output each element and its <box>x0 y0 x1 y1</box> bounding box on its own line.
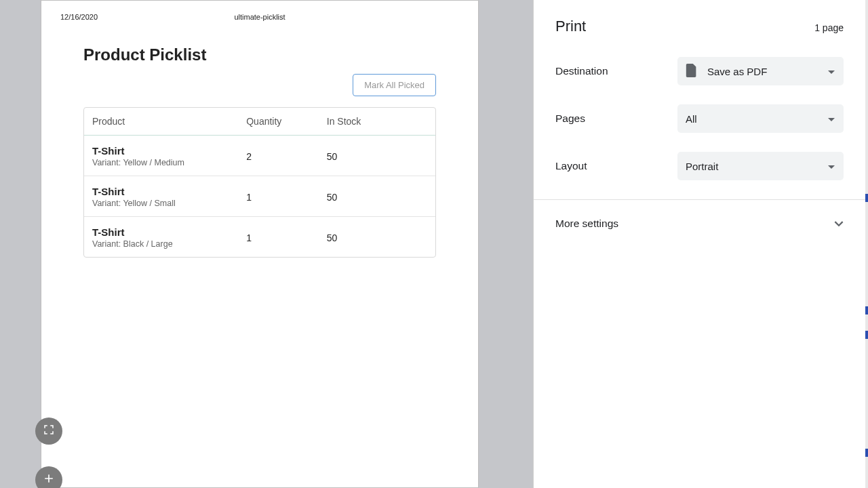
layout-label: Layout <box>555 160 677 172</box>
product-variant: Variant: Black / Large <box>92 239 246 249</box>
layout-select[interactable]: Portrait <box>677 152 844 180</box>
table-header: Product Quantity In Stock <box>84 108 435 136</box>
more-settings-label: More settings <box>555 218 618 230</box>
cell-instock: 50 <box>327 192 427 203</box>
print-settings-panel: Print 1 page Destination Save as PDF Pag… <box>534 0 868 488</box>
pages-label: Pages <box>555 113 677 125</box>
product-variant: Variant: Yellow / Medium <box>92 158 246 167</box>
col-header-product: Product <box>92 116 246 127</box>
product-variant: Variant: Yellow / Small <box>92 199 246 208</box>
pages-select[interactable]: All <box>677 104 844 133</box>
table-row: T-Shirt Variant: Black / Large 1 50 <box>84 217 435 257</box>
product-name: T-Shirt <box>92 226 246 238</box>
page-date: 12/16/2020 <box>60 13 98 21</box>
layout-value: Portrait <box>686 161 718 172</box>
pdf-file-icon <box>686 64 698 79</box>
cell-instock: 50 <box>327 232 427 243</box>
divider <box>534 199 865 200</box>
scrollbar-edge <box>865 0 868 488</box>
print-preview-area: 12/16/2020 ultimate-picklist Product Pic… <box>0 0 534 488</box>
table-row: T-Shirt Variant: Yellow / Medium 2 50 <box>84 136 435 176</box>
cell-quantity: 1 <box>246 232 327 243</box>
pages-value: All <box>686 113 697 125</box>
page-count: 1 page <box>814 22 844 33</box>
print-title: Print <box>555 18 586 35</box>
chevron-down-icon <box>827 113 835 125</box>
destination-select[interactable]: Save as PDF <box>677 57 844 85</box>
page-header: 12/16/2020 ultimate-picklist <box>60 13 459 21</box>
picklist-table: Product Quantity In Stock T-Shirt Varian… <box>83 107 436 258</box>
chevron-down-icon <box>827 66 835 77</box>
destination-label: Destination <box>555 65 677 77</box>
cell-quantity: 1 <box>246 192 327 203</box>
plus-icon <box>42 472 56 488</box>
chevron-down-icon <box>834 218 844 230</box>
product-name: T-Shirt <box>92 145 246 157</box>
page-title: Product Picklist <box>83 45 436 64</box>
fullscreen-button[interactable] <box>35 418 62 445</box>
cell-quantity: 2 <box>246 151 327 162</box>
col-header-instock: In Stock <box>327 116 427 127</box>
cell-instock: 50 <box>327 151 427 162</box>
chevron-down-icon <box>827 161 835 172</box>
destination-value: Save as PDF <box>707 66 767 77</box>
page-source-name: ultimate-picklist <box>234 13 285 21</box>
col-header-quantity: Quantity <box>246 116 327 127</box>
product-name: T-Shirt <box>92 186 246 197</box>
fullscreen-icon <box>43 424 55 439</box>
add-button[interactable] <box>35 466 62 488</box>
more-settings-toggle[interactable]: More settings <box>555 214 844 234</box>
table-row: T-Shirt Variant: Yellow / Small 1 50 <box>84 176 435 217</box>
preview-page: 12/16/2020 ultimate-picklist Product Pic… <box>41 0 479 488</box>
mark-all-picked-button[interactable]: Mark All Picked <box>353 74 436 96</box>
